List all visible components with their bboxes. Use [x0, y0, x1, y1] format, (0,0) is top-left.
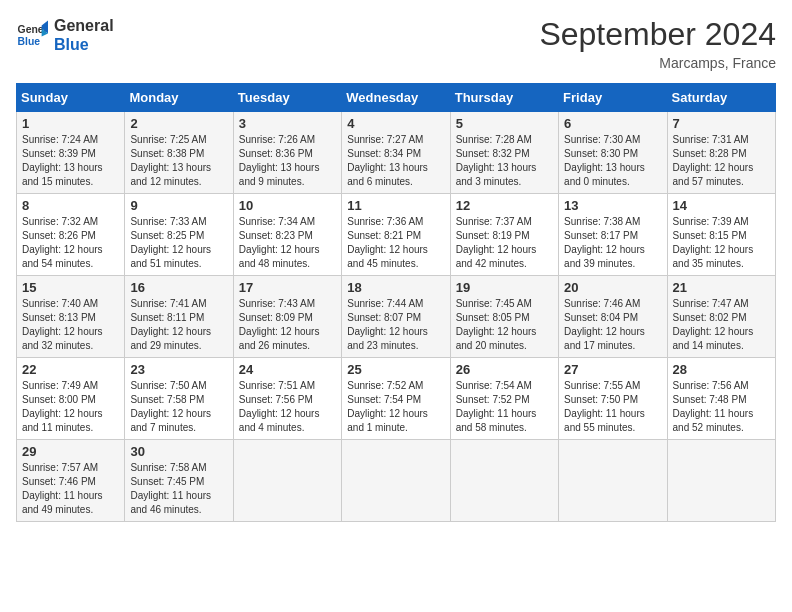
cell-content: Sunrise: 7:41 AMSunset: 8:11 PMDaylight:… — [130, 297, 227, 353]
logo-blue: Blue — [54, 35, 114, 54]
day-number: 30 — [130, 444, 227, 459]
cell-content: Sunrise: 7:38 AMSunset: 8:17 PMDaylight:… — [564, 215, 661, 271]
cell-content: Sunrise: 7:31 AMSunset: 8:28 PMDaylight:… — [673, 133, 770, 189]
calendar-cell: 24Sunrise: 7:51 AMSunset: 7:56 PMDayligh… — [233, 358, 341, 440]
day-number: 5 — [456, 116, 553, 131]
calendar-cell: 13Sunrise: 7:38 AMSunset: 8:17 PMDayligh… — [559, 194, 667, 276]
calendar-cell: 10Sunrise: 7:34 AMSunset: 8:23 PMDayligh… — [233, 194, 341, 276]
calendar-week-3: 15Sunrise: 7:40 AMSunset: 8:13 PMDayligh… — [17, 276, 776, 358]
cell-content: Sunrise: 7:40 AMSunset: 8:13 PMDaylight:… — [22, 297, 119, 353]
calendar-cell: 7Sunrise: 7:31 AMSunset: 8:28 PMDaylight… — [667, 112, 775, 194]
cell-content: Sunrise: 7:37 AMSunset: 8:19 PMDaylight:… — [456, 215, 553, 271]
header-friday: Friday — [559, 84, 667, 112]
header-saturday: Saturday — [667, 84, 775, 112]
calendar-cell: 16Sunrise: 7:41 AMSunset: 8:11 PMDayligh… — [125, 276, 233, 358]
day-number: 23 — [130, 362, 227, 377]
day-number: 16 — [130, 280, 227, 295]
calendar-cell: 25Sunrise: 7:52 AMSunset: 7:54 PMDayligh… — [342, 358, 450, 440]
header-thursday: Thursday — [450, 84, 558, 112]
day-number: 18 — [347, 280, 444, 295]
calendar-table: SundayMondayTuesdayWednesdayThursdayFrid… — [16, 83, 776, 522]
day-number: 3 — [239, 116, 336, 131]
cell-content: Sunrise: 7:56 AMSunset: 7:48 PMDaylight:… — [673, 379, 770, 435]
calendar-cell — [342, 440, 450, 522]
cell-content: Sunrise: 7:30 AMSunset: 8:30 PMDaylight:… — [564, 133, 661, 189]
calendar-cell: 12Sunrise: 7:37 AMSunset: 8:19 PMDayligh… — [450, 194, 558, 276]
day-number: 29 — [22, 444, 119, 459]
day-number: 8 — [22, 198, 119, 213]
day-number: 13 — [564, 198, 661, 213]
calendar-cell: 3Sunrise: 7:26 AMSunset: 8:36 PMDaylight… — [233, 112, 341, 194]
calendar-cell: 23Sunrise: 7:50 AMSunset: 7:58 PMDayligh… — [125, 358, 233, 440]
header-monday: Monday — [125, 84, 233, 112]
calendar-header-row: SundayMondayTuesdayWednesdayThursdayFrid… — [17, 84, 776, 112]
day-number: 27 — [564, 362, 661, 377]
logo-general: General — [54, 16, 114, 35]
calendar-cell — [559, 440, 667, 522]
calendar-cell: 20Sunrise: 7:46 AMSunset: 8:04 PMDayligh… — [559, 276, 667, 358]
calendar-cell: 14Sunrise: 7:39 AMSunset: 8:15 PMDayligh… — [667, 194, 775, 276]
cell-content: Sunrise: 7:25 AMSunset: 8:38 PMDaylight:… — [130, 133, 227, 189]
cell-content: Sunrise: 7:52 AMSunset: 7:54 PMDaylight:… — [347, 379, 444, 435]
cell-content: Sunrise: 7:33 AMSunset: 8:25 PMDaylight:… — [130, 215, 227, 271]
cell-content: Sunrise: 7:36 AMSunset: 8:21 PMDaylight:… — [347, 215, 444, 271]
day-number: 4 — [347, 116, 444, 131]
cell-content: Sunrise: 7:46 AMSunset: 8:04 PMDaylight:… — [564, 297, 661, 353]
cell-content: Sunrise: 7:50 AMSunset: 7:58 PMDaylight:… — [130, 379, 227, 435]
cell-content: Sunrise: 7:55 AMSunset: 7:50 PMDaylight:… — [564, 379, 661, 435]
calendar-cell: 26Sunrise: 7:54 AMSunset: 7:52 PMDayligh… — [450, 358, 558, 440]
day-number: 14 — [673, 198, 770, 213]
calendar-cell: 17Sunrise: 7:43 AMSunset: 8:09 PMDayligh… — [233, 276, 341, 358]
day-number: 6 — [564, 116, 661, 131]
cell-content: Sunrise: 7:51 AMSunset: 7:56 PMDaylight:… — [239, 379, 336, 435]
svg-text:Blue: Blue — [18, 36, 41, 47]
calendar-cell: 6Sunrise: 7:30 AMSunset: 8:30 PMDaylight… — [559, 112, 667, 194]
day-number: 11 — [347, 198, 444, 213]
cell-content: Sunrise: 7:49 AMSunset: 8:00 PMDaylight:… — [22, 379, 119, 435]
day-number: 17 — [239, 280, 336, 295]
day-number: 10 — [239, 198, 336, 213]
calendar-cell: 27Sunrise: 7:55 AMSunset: 7:50 PMDayligh… — [559, 358, 667, 440]
calendar-cell: 8Sunrise: 7:32 AMSunset: 8:26 PMDaylight… — [17, 194, 125, 276]
calendar-cell — [450, 440, 558, 522]
calendar-cell: 29Sunrise: 7:57 AMSunset: 7:46 PMDayligh… — [17, 440, 125, 522]
day-number: 21 — [673, 280, 770, 295]
day-number: 7 — [673, 116, 770, 131]
calendar-week-1: 1Sunrise: 7:24 AMSunset: 8:39 PMDaylight… — [17, 112, 776, 194]
day-number: 24 — [239, 362, 336, 377]
month-title: September 2024 — [539, 16, 776, 53]
day-number: 15 — [22, 280, 119, 295]
calendar-cell: 28Sunrise: 7:56 AMSunset: 7:48 PMDayligh… — [667, 358, 775, 440]
day-number: 2 — [130, 116, 227, 131]
header-sunday: Sunday — [17, 84, 125, 112]
cell-content: Sunrise: 7:24 AMSunset: 8:39 PMDaylight:… — [22, 133, 119, 189]
location: Marcamps, France — [539, 55, 776, 71]
day-number: 19 — [456, 280, 553, 295]
calendar-cell: 19Sunrise: 7:45 AMSunset: 8:05 PMDayligh… — [450, 276, 558, 358]
cell-content: Sunrise: 7:34 AMSunset: 8:23 PMDaylight:… — [239, 215, 336, 271]
title-area: September 2024 Marcamps, France — [539, 16, 776, 71]
calendar-cell — [667, 440, 775, 522]
logo: General Blue General Blue — [16, 16, 114, 54]
day-number: 12 — [456, 198, 553, 213]
calendar-cell: 4Sunrise: 7:27 AMSunset: 8:34 PMDaylight… — [342, 112, 450, 194]
calendar-cell: 5Sunrise: 7:28 AMSunset: 8:32 PMDaylight… — [450, 112, 558, 194]
calendar-cell: 2Sunrise: 7:25 AMSunset: 8:38 PMDaylight… — [125, 112, 233, 194]
cell-content: Sunrise: 7:26 AMSunset: 8:36 PMDaylight:… — [239, 133, 336, 189]
calendar-cell: 22Sunrise: 7:49 AMSunset: 8:00 PMDayligh… — [17, 358, 125, 440]
cell-content: Sunrise: 7:57 AMSunset: 7:46 PMDaylight:… — [22, 461, 119, 517]
cell-content: Sunrise: 7:58 AMSunset: 7:45 PMDaylight:… — [130, 461, 227, 517]
day-number: 28 — [673, 362, 770, 377]
calendar-cell: 15Sunrise: 7:40 AMSunset: 8:13 PMDayligh… — [17, 276, 125, 358]
cell-content: Sunrise: 7:54 AMSunset: 7:52 PMDaylight:… — [456, 379, 553, 435]
day-number: 25 — [347, 362, 444, 377]
cell-content: Sunrise: 7:27 AMSunset: 8:34 PMDaylight:… — [347, 133, 444, 189]
calendar-cell: 21Sunrise: 7:47 AMSunset: 8:02 PMDayligh… — [667, 276, 775, 358]
day-number: 26 — [456, 362, 553, 377]
cell-content: Sunrise: 7:47 AMSunset: 8:02 PMDaylight:… — [673, 297, 770, 353]
cell-content: Sunrise: 7:39 AMSunset: 8:15 PMDaylight:… — [673, 215, 770, 271]
cell-content: Sunrise: 7:45 AMSunset: 8:05 PMDaylight:… — [456, 297, 553, 353]
cell-content: Sunrise: 7:28 AMSunset: 8:32 PMDaylight:… — [456, 133, 553, 189]
cell-content: Sunrise: 7:43 AMSunset: 8:09 PMDaylight:… — [239, 297, 336, 353]
logo-icon: General Blue — [16, 19, 48, 51]
